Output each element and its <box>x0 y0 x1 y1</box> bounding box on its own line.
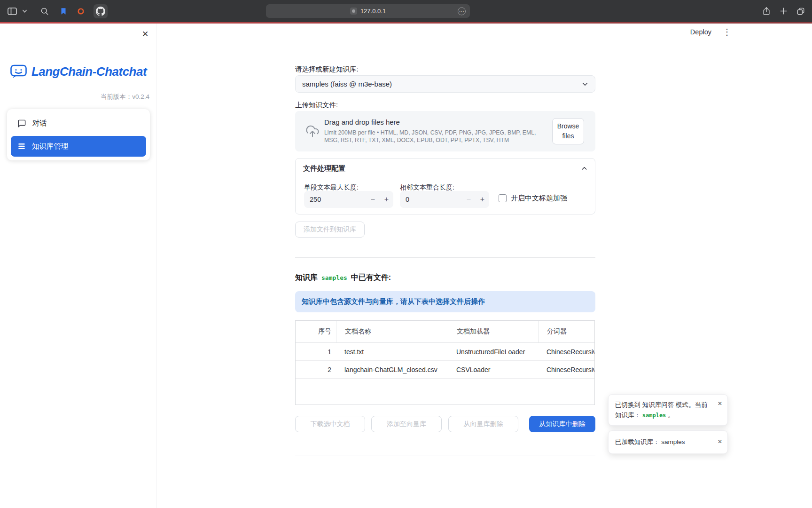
kb-select-label: 请选择或新建知识库: <box>295 65 359 74</box>
overlap-minus-button[interactable]: − <box>462 195 476 204</box>
add-to-vector-button[interactable]: 添加至向量库 <box>371 416 442 432</box>
zh-title-checkbox[interactable] <box>499 194 507 202</box>
app-logo: LangChain-Chatchat <box>0 64 156 79</box>
url-bar[interactable]: 127.0.0.1 ⋯ <box>266 4 470 18</box>
chevron-down-icon[interactable] <box>22 8 27 14</box>
chevron-down-icon <box>581 80 589 88</box>
toast-close-icon[interactable]: ✕ <box>718 399 722 408</box>
toast-kb-loaded: 已加载知识库： samples ✕ <box>608 430 728 454</box>
upload-label: 上传知识文件: <box>295 101 338 110</box>
cell-index: 2 <box>296 361 336 378</box>
sidebar-toggle-icon[interactable] <box>7 6 18 17</box>
toast-text: 已加载知识库： samples <box>615 437 685 447</box>
search-icon[interactable] <box>40 7 49 16</box>
sidebar-item-dialogue[interactable]: 对话 <box>11 113 146 134</box>
col-header-loader: 文档加载器 <box>449 321 538 342</box>
add-files-button[interactable]: 添加文件到知识库 <box>295 222 365 238</box>
file-dropzone[interactable]: Drag and drop files here Limit 200MB per… <box>295 111 595 151</box>
cell-index: 1 <box>296 343 336 360</box>
files-table: 序号 文档名称 文档加载器 分词器 1 test.txt Unstructure… <box>295 320 595 405</box>
info-banner: 知识库中包含源文件与向量库，请从下表中选择文件后操作 <box>295 291 595 312</box>
expander-header[interactable]: 文件处理配置 <box>296 159 595 178</box>
table-row[interactable]: 1 test.txt UnstructuredFileLoader Chines… <box>296 343 594 361</box>
main-content: 请选择或新建知识库: samples (faiss @ m3e-base) 上传… <box>295 24 595 508</box>
page-settings-icon[interactable]: ⋯ <box>458 7 466 15</box>
col-header-index: 序号 <box>296 321 336 342</box>
overlap-size-input[interactable]: 0 − + <box>400 191 489 208</box>
divider <box>295 455 595 455</box>
toast-text: 已切换到 知识库问答 模式。当前知识库： samples 。 <box>615 401 708 419</box>
logo-chat-icon <box>10 64 27 79</box>
info-text: 知识库中包含源文件与向量库，请从下表中选择文件后操作 <box>302 297 485 306</box>
share-icon[interactable] <box>762 6 771 16</box>
chunk-plus-button[interactable]: + <box>380 195 393 204</box>
cell-name: langchain-ChatGLM_closed.csv <box>336 361 449 378</box>
sidebar-menu: 对话 知识库管理 <box>7 109 150 160</box>
github-tab[interactable] <box>94 4 108 18</box>
new-tab-icon[interactable] <box>779 7 788 16</box>
overlap-plus-button[interactable]: + <box>476 195 489 204</box>
cell-loader: UnstructuredFileLoader <box>449 343 538 360</box>
heading-prefix: 知识库 <box>295 273 318 283</box>
pinned-tab-orange-icon[interactable] <box>77 7 85 16</box>
dropzone-title: Drag and drop files here <box>324 118 544 126</box>
browser-toolbar: 127.0.0.1 ⋯ <box>0 0 812 22</box>
site-favicon-icon <box>350 8 357 15</box>
divider <box>295 257 595 258</box>
deploy-button[interactable]: Deploy <box>690 28 711 36</box>
kb-selectbox[interactable]: samples (faiss @ m3e-base) <box>295 75 595 93</box>
tab-overview-icon[interactable] <box>796 7 805 16</box>
cloud-upload-icon <box>305 124 320 138</box>
kb-selected-value: samples (faiss @ m3e-base) <box>302 80 392 88</box>
cell-name: test.txt <box>336 343 449 360</box>
heading-kb-code: samples <box>321 274 347 281</box>
chevron-up-icon[interactable] <box>580 165 588 173</box>
table-action-buttons: 下载选中文档 添加至向量库 从向量库删除 从知识库中删除 <box>295 416 595 432</box>
cell-loader: CSVLoader <box>449 361 538 378</box>
expander-title: 文件处理配置 <box>303 164 345 173</box>
chunk-minus-button[interactable]: − <box>366 195 380 204</box>
cell-splitter: ChineseRecursiveT <box>538 361 594 378</box>
chunk-size-value[interactable]: 250 <box>304 196 366 203</box>
col-header-splitter: 分词器 <box>538 321 594 342</box>
chunk-size-input[interactable]: 250 − + <box>304 191 393 208</box>
file-config-expander: 文件处理配置 单段文本最大长度: 250 − + 相邻文本重合长度: 0 − + <box>295 158 595 214</box>
zh-title-checkbox-row: 开启中文标题加强 <box>499 194 567 203</box>
browse-files-button[interactable]: Browse files <box>552 118 584 144</box>
sidebar-item-knowledge-base[interactable]: 知识库管理 <box>11 136 146 157</box>
sidebar-close-icon[interactable]: ✕ <box>140 28 151 40</box>
table-header-row: 序号 文档名称 文档加载器 分词器 <box>296 321 594 343</box>
existing-files-heading: 知识库 samples 中已有文件: <box>295 273 391 283</box>
app-root: Deploy ⋮ ✕ LangChain-Chatchat 当前版本：v0.2.… <box>0 24 812 508</box>
delete-from-kb-button[interactable]: 从知识库中删除 <box>529 416 595 432</box>
url-text: 127.0.0.1 <box>360 8 386 15</box>
cell-splitter: ChineseRecursiveT <box>538 343 594 360</box>
github-icon <box>96 7 105 16</box>
download-selected-button[interactable]: 下载选中文档 <box>295 416 365 432</box>
sidebar-item-label: 对话 <box>32 119 47 128</box>
overlap-size-value[interactable]: 0 <box>400 196 462 203</box>
toast-close-icon[interactable]: ✕ <box>718 437 722 446</box>
dropzone-limit-text: Limit 200MB per file • HTML, MD, JSON, C… <box>324 129 544 144</box>
main-menu-icon[interactable]: ⋮ <box>723 28 731 36</box>
logo-text: LangChain-Chatchat <box>31 64 147 79</box>
toast-mode-switched: 已切换到 知识库问答 模式。当前知识库： samples 。 ✕ <box>608 394 728 426</box>
sidebar: ✕ LangChain-Chatchat 当前版本：v0.2.4 <box>0 24 157 508</box>
col-header-name: 文档名称 <box>336 321 449 342</box>
heading-suffix: 中已有文件: <box>351 273 391 283</box>
pinned-tab-blue-icon[interactable] <box>59 7 68 16</box>
chat-bubble-icon <box>17 119 26 128</box>
zh-title-checkbox-label: 开启中文标题加强 <box>511 194 567 203</box>
table-row[interactable]: 2 langchain-ChatGLM_closed.csv CSVLoader… <box>296 361 594 379</box>
version-label: 当前版本：v0.2.4 <box>101 93 149 101</box>
sidebar-item-label: 知识库管理 <box>32 142 69 151</box>
delete-from-vector-button[interactable]: 从向量库删除 <box>448 416 518 432</box>
knowledge-base-icon <box>17 142 26 151</box>
